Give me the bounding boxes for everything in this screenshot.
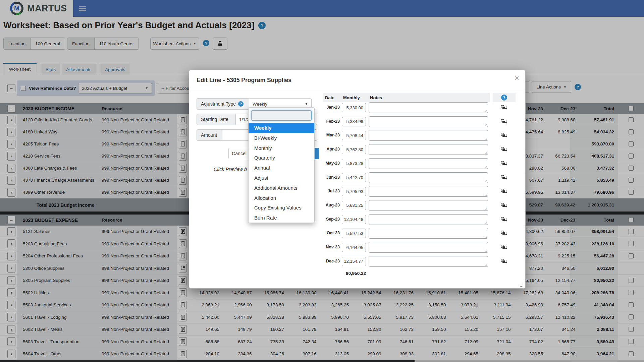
grid-note-textarea[interactable] (369, 144, 488, 155)
grid-note-textarea[interactable] (369, 158, 488, 169)
grid-note-textarea[interactable] (369, 200, 488, 211)
grid-note-textarea[interactable] (369, 242, 488, 253)
dropdown-option[interactable]: Monthly (249, 143, 314, 153)
dropdown-option[interactable]: Adjust (249, 173, 314, 183)
adjustment-type-label-text: Adjustment Type (201, 101, 236, 107)
grid-note-textarea[interactable] (369, 228, 488, 239)
grid-monthly-input[interactable]: 5,873.28 (342, 159, 366, 168)
grid-monthly-input[interactable]: 5,442.70 (342, 173, 366, 182)
grid-monthly-input[interactable]: 5,795.93 (342, 187, 366, 196)
grid-note-textarea[interactable] (369, 130, 488, 141)
grid-month-label: Dec-23 (306, 259, 340, 263)
dropdown-option[interactable]: Allocation (249, 193, 314, 203)
dropdown-option[interactable]: Quarterly (249, 153, 314, 163)
grid-total: 80,950.22 (323, 271, 366, 276)
dialog-title: Edit Line - 5305 Program Supplies (197, 77, 291, 84)
dropdown-search-input[interactable] (251, 110, 312, 121)
copy-down-icon[interactable] (501, 105, 507, 111)
grid-icons-header: ? (493, 93, 516, 102)
dropdown-option[interactable]: Bi-Weekly (249, 133, 314, 143)
grid-note-textarea[interactable] (369, 256, 488, 267)
close-icon[interactable]: × (515, 74, 519, 82)
grid-date-header: Date (325, 93, 334, 102)
grid-header: Date Monthly Notes (323, 93, 490, 102)
grid-monthly-input[interactable]: 5,330.00 (342, 103, 366, 112)
dropdown-option[interactable]: Burn Rate (249, 213, 314, 223)
copy-down-icon[interactable] (501, 189, 507, 194)
copy-down-icon[interactable] (501, 259, 507, 264)
amount-label: Amount (197, 129, 222, 141)
martus-budget-worksheet: MARTUS Worksheet: Based on Prior Year's … (0, 0, 644, 362)
grid-monthly-input[interactable]: 6,164.05 (342, 243, 366, 252)
grid-monthly-input[interactable]: 5,708.44 (342, 131, 366, 140)
dropdown-option[interactable]: Annual (249, 163, 314, 173)
grid-monthly-input[interactable]: 12,104.48 (342, 215, 366, 224)
adjustment-type-label: Adjustment Type ? (197, 98, 249, 110)
dropdown-option-list: WeeklyBi-WeeklyMonthlyQuarterlyAnnualAdj… (249, 123, 314, 223)
cancel-button[interactable]: Cancel (228, 148, 250, 159)
adjustment-type-dropdown: WeeklyBi-WeeklyMonthlyQuarterlyAnnualAdj… (248, 107, 315, 223)
grid-monthly-input[interactable]: 5,681.25 (342, 201, 366, 210)
grid-note-textarea[interactable] (369, 102, 488, 113)
copy-down-icon[interactable] (501, 231, 507, 236)
edit-line-dialog: Edit Line - 5305 Program Supplies × Adju… (189, 70, 526, 289)
grid-note-textarea[interactable] (369, 116, 488, 127)
starting-date-label: Starting Date (197, 114, 236, 125)
copy-down-icon[interactable] (501, 245, 507, 250)
grid-note-textarea[interactable] (369, 172, 488, 183)
copy-down-icon[interactable] (501, 119, 507, 125)
grid-monthly-input[interactable]: 5,334.99 (342, 117, 366, 126)
preview-hint-text: Click Preview b (214, 167, 247, 172)
dropdown-option[interactable]: Copy Existing Values (249, 203, 314, 213)
grid-monthly-input[interactable]: 12,154.77 (342, 257, 366, 266)
copy-down-icon[interactable] (501, 217, 507, 223)
grid-month-label: Nov-23 (306, 245, 340, 249)
copy-down-icon[interactable] (501, 203, 507, 208)
grid-month-label: Oct-23 (306, 231, 340, 235)
copy-down-icon[interactable] (501, 147, 507, 153)
resize-grip-icon[interactable] (520, 283, 524, 287)
dropdown-option[interactable]: Additional Amounts (249, 183, 314, 193)
grid-monthly-header: Monthly (343, 93, 360, 102)
grid-notes-header: Notes (370, 93, 382, 102)
copy-down-help-icon[interactable]: ? (501, 95, 507, 101)
grid-note-textarea[interactable] (369, 214, 488, 225)
adjustment-type-help-icon[interactable]: ? (238, 101, 244, 107)
adjustment-type-value: Weekly (253, 102, 267, 107)
grid-note-textarea[interactable] (369, 186, 488, 197)
copy-down-icon[interactable] (501, 133, 507, 138)
grid-monthly-input[interactable]: 5,597.53 (342, 229, 366, 238)
dialog-header-divider (189, 89, 525, 89)
dropdown-option[interactable]: Weekly (249, 123, 314, 133)
copy-down-icon[interactable] (501, 161, 507, 167)
grid-monthly-input[interactable]: 5,762.80 (342, 145, 366, 154)
copy-down-icon[interactable] (501, 175, 507, 181)
